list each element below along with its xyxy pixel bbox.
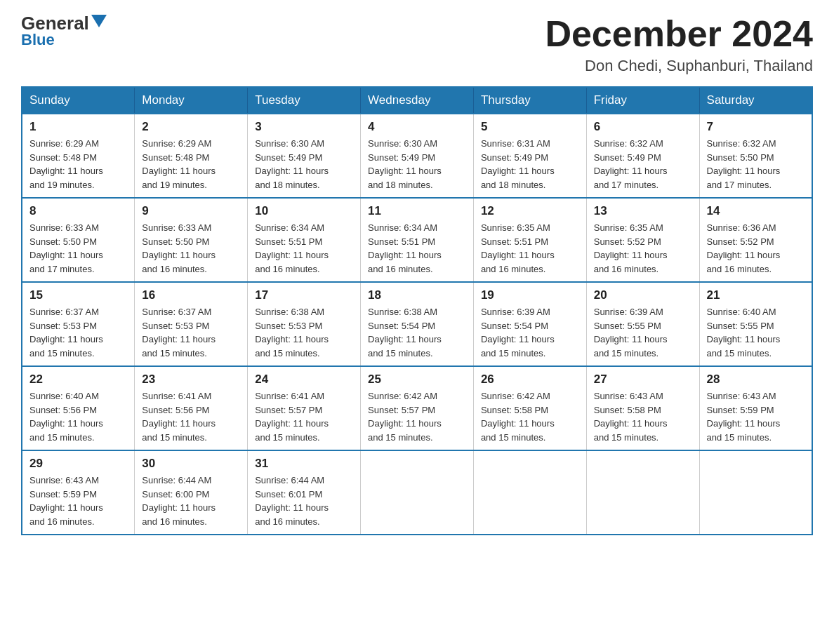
calendar-cell: 10Sunrise: 6:34 AMSunset: 5:51 PMDayligh… (248, 198, 361, 282)
day-number: 3 (255, 120, 353, 134)
calendar-cell: 22Sunrise: 6:40 AMSunset: 5:56 PMDayligh… (22, 366, 135, 450)
day-number: 11 (368, 204, 466, 218)
day-info: Sunrise: 6:44 AMSunset: 6:01 PMDaylight:… (255, 474, 353, 528)
day-number: 19 (481, 288, 579, 302)
header-saturday: Saturday (699, 87, 812, 114)
logo-blue: Blue (21, 31, 55, 49)
day-info: Sunrise: 6:34 AMSunset: 5:51 PMDaylight:… (255, 221, 353, 276)
day-info: Sunrise: 6:37 AMSunset: 5:53 PMDaylight:… (142, 305, 240, 360)
calendar-cell: 28Sunrise: 6:43 AMSunset: 5:59 PMDayligh… (699, 366, 812, 450)
calendar-cell (361, 450, 474, 535)
day-info: Sunrise: 6:39 AMSunset: 5:55 PMDaylight:… (594, 305, 692, 360)
day-info: Sunrise: 6:38 AMSunset: 5:54 PMDaylight:… (368, 305, 466, 360)
calendar-header-row: SundayMondayTuesdayWednesdayThursdayFrid… (22, 87, 812, 114)
day-info: Sunrise: 6:35 AMSunset: 5:52 PMDaylight:… (594, 221, 692, 276)
subtitle: Don Chedi, Suphanburi, Thailand (545, 57, 813, 75)
calendar-week-3: 15Sunrise: 6:37 AMSunset: 5:53 PMDayligh… (22, 282, 812, 366)
day-number: 17 (255, 288, 353, 302)
header-sunday: Sunday (22, 87, 135, 114)
calendar-cell: 13Sunrise: 6:35 AMSunset: 5:52 PMDayligh… (586, 198, 699, 282)
day-number: 30 (142, 457, 240, 471)
day-info: Sunrise: 6:29 AMSunset: 5:48 PMDaylight:… (142, 137, 240, 192)
calendar-cell: 6Sunrise: 6:32 AMSunset: 5:49 PMDaylight… (586, 114, 699, 198)
day-number: 24 (255, 373, 353, 387)
day-number: 7 (707, 120, 805, 134)
day-info: Sunrise: 6:30 AMSunset: 5:49 PMDaylight:… (255, 137, 353, 192)
day-info: Sunrise: 6:43 AMSunset: 5:58 PMDaylight:… (594, 389, 692, 444)
day-info: Sunrise: 6:29 AMSunset: 5:48 PMDaylight:… (29, 137, 127, 192)
day-number: 16 (142, 288, 240, 302)
calendar-cell: 4Sunrise: 6:30 AMSunset: 5:49 PMDaylight… (361, 114, 474, 198)
header-wednesday: Wednesday (361, 87, 474, 114)
logo-triangle-icon (91, 15, 107, 27)
day-info: Sunrise: 6:41 AMSunset: 5:56 PMDaylight:… (142, 389, 240, 444)
day-number: 23 (142, 373, 240, 387)
day-number: 25 (368, 373, 466, 387)
day-number: 28 (707, 373, 805, 387)
calendar-cell: 31Sunrise: 6:44 AMSunset: 6:01 PMDayligh… (248, 450, 361, 535)
svg-marker-0 (91, 15, 107, 27)
logo-general: General (21, 14, 89, 32)
day-info: Sunrise: 6:40 AMSunset: 5:56 PMDaylight:… (29, 389, 127, 444)
day-number: 22 (29, 373, 127, 387)
calendar-cell: 29Sunrise: 6:43 AMSunset: 5:59 PMDayligh… (22, 450, 135, 535)
day-number: 13 (594, 204, 692, 218)
day-info: Sunrise: 6:41 AMSunset: 5:57 PMDaylight:… (255, 389, 353, 444)
calendar-cell: 12Sunrise: 6:35 AMSunset: 5:51 PMDayligh… (473, 198, 586, 282)
day-number: 6 (594, 120, 692, 134)
day-number: 9 (142, 204, 240, 218)
calendar-cell: 14Sunrise: 6:36 AMSunset: 5:52 PMDayligh… (699, 198, 812, 282)
day-number: 2 (142, 120, 240, 134)
day-number: 4 (368, 120, 466, 134)
calendar-week-1: 1Sunrise: 6:29 AMSunset: 5:48 PMDaylight… (22, 114, 812, 198)
day-number: 21 (707, 288, 805, 302)
day-info: Sunrise: 6:43 AMSunset: 5:59 PMDaylight:… (29, 474, 127, 528)
day-number: 26 (481, 373, 579, 387)
day-info: Sunrise: 6:42 AMSunset: 5:58 PMDaylight:… (481, 389, 579, 444)
day-number: 10 (255, 204, 353, 218)
day-info: Sunrise: 6:44 AMSunset: 6:00 PMDaylight:… (142, 474, 240, 528)
day-number: 14 (707, 204, 805, 218)
calendar-cell (473, 450, 586, 535)
day-info: Sunrise: 6:32 AMSunset: 5:50 PMDaylight:… (707, 137, 805, 192)
day-info: Sunrise: 6:30 AMSunset: 5:49 PMDaylight:… (368, 137, 466, 192)
calendar-cell: 25Sunrise: 6:42 AMSunset: 5:57 PMDayligh… (361, 366, 474, 450)
calendar-cell: 7Sunrise: 6:32 AMSunset: 5:50 PMDaylight… (699, 114, 812, 198)
day-number: 15 (29, 288, 127, 302)
month-title: December 2024 (545, 14, 813, 54)
day-info: Sunrise: 6:33 AMSunset: 5:50 PMDaylight:… (142, 221, 240, 276)
header-thursday: Thursday (473, 87, 586, 114)
calendar-cell: 20Sunrise: 6:39 AMSunset: 5:55 PMDayligh… (586, 282, 699, 366)
calendar-cell: 3Sunrise: 6:30 AMSunset: 5:49 PMDaylight… (248, 114, 361, 198)
calendar-cell: 11Sunrise: 6:34 AMSunset: 5:51 PMDayligh… (361, 198, 474, 282)
header-monday: Monday (135, 87, 248, 114)
day-info: Sunrise: 6:40 AMSunset: 5:55 PMDaylight:… (707, 305, 805, 360)
calendar-cell: 23Sunrise: 6:41 AMSunset: 5:56 PMDayligh… (135, 366, 248, 450)
day-number: 20 (594, 288, 692, 302)
calendar-cell: 21Sunrise: 6:40 AMSunset: 5:55 PMDayligh… (699, 282, 812, 366)
day-number: 1 (29, 120, 127, 134)
calendar-table: SundayMondayTuesdayWednesdayThursdayFrid… (21, 86, 813, 535)
title-area: December 2024 Don Chedi, Suphanburi, Tha… (545, 14, 813, 75)
day-info: Sunrise: 6:43 AMSunset: 5:59 PMDaylight:… (707, 389, 805, 444)
day-number: 12 (481, 204, 579, 218)
header-friday: Friday (586, 87, 699, 114)
day-number: 5 (481, 120, 579, 134)
calendar-cell: 9Sunrise: 6:33 AMSunset: 5:50 PMDaylight… (135, 198, 248, 282)
calendar-cell: 1Sunrise: 6:29 AMSunset: 5:48 PMDaylight… (22, 114, 135, 198)
day-info: Sunrise: 6:42 AMSunset: 5:57 PMDaylight:… (368, 389, 466, 444)
calendar-cell: 2Sunrise: 6:29 AMSunset: 5:48 PMDaylight… (135, 114, 248, 198)
calendar-cell: 8Sunrise: 6:33 AMSunset: 5:50 PMDaylight… (22, 198, 135, 282)
day-info: Sunrise: 6:39 AMSunset: 5:54 PMDaylight:… (481, 305, 579, 360)
calendar-cell: 30Sunrise: 6:44 AMSunset: 6:00 PMDayligh… (135, 450, 248, 535)
day-info: Sunrise: 6:36 AMSunset: 5:52 PMDaylight:… (707, 221, 805, 276)
header-tuesday: Tuesday (248, 87, 361, 114)
day-number: 31 (255, 457, 353, 471)
calendar-cell: 17Sunrise: 6:38 AMSunset: 5:53 PMDayligh… (248, 282, 361, 366)
calendar-cell: 24Sunrise: 6:41 AMSunset: 5:57 PMDayligh… (248, 366, 361, 450)
page-header: General Blue December 2024 Don Chedi, Su… (21, 14, 813, 75)
calendar-week-2: 8Sunrise: 6:33 AMSunset: 5:50 PMDaylight… (22, 198, 812, 282)
calendar-week-4: 22Sunrise: 6:40 AMSunset: 5:56 PMDayligh… (22, 366, 812, 450)
calendar-cell (699, 450, 812, 535)
calendar-cell: 19Sunrise: 6:39 AMSunset: 5:54 PMDayligh… (473, 282, 586, 366)
